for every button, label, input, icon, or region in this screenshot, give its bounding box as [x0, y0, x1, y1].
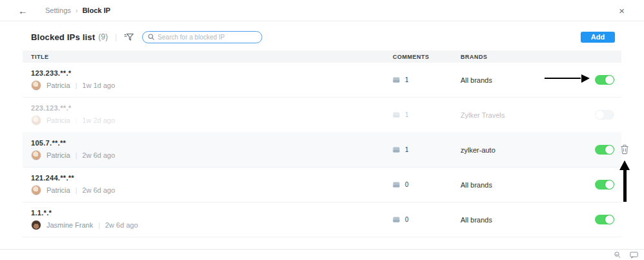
toggle-cell [595, 145, 621, 155]
toggle-cell [595, 110, 621, 120]
created-time: 1w 1d ago [82, 81, 115, 89]
blocked-ip-value: 1.1.*.* [31, 209, 384, 217]
comments-cell: 1 [384, 146, 452, 153]
close-icon[interactable]: × [619, 6, 625, 16]
blocked-ips-table: TITLE COMMENTS BRANDS 123.233.**.* Patri… [23, 50, 621, 237]
row-meta: Patricia | 2w 6d ago [31, 185, 384, 195]
comment-count: 1 [405, 111, 409, 118]
column-header-brands: BRANDS [452, 54, 581, 60]
comment-icon [393, 147, 400, 153]
block-toggle[interactable] [595, 145, 614, 155]
user-search-icon[interactable] [614, 252, 622, 259]
comment-icon [393, 112, 400, 118]
brand-label: All brands [452, 181, 581, 189]
comment-icon [393, 182, 400, 188]
toggle-cell [595, 215, 621, 224]
comment-icon [393, 77, 400, 83]
brand-label: Zylker Travels [452, 111, 581, 119]
comments-cell: 1 [384, 76, 452, 83]
block-toggle[interactable] [595, 110, 614, 120]
column-header-comments: COMMENTS [384, 54, 452, 60]
title-cell: 123.233.**.* Patricia | 1w 1d ago [23, 69, 384, 91]
toggle-knob [605, 76, 614, 84]
row-meta: Patricia | 1w 2d ago [31, 115, 384, 125]
avatar [31, 220, 41, 230]
title-cell: 1.1.*.* Jasmine Frank | 2w 6d ago [23, 209, 384, 230]
feedback-chat-icon[interactable] [630, 252, 638, 259]
comments-cell: 0 [384, 216, 452, 223]
header-divider: | [115, 32, 117, 41]
meta-divider: | [76, 82, 78, 89]
meta-divider: | [76, 187, 78, 194]
creator-name: Patricia [47, 186, 70, 194]
add-button[interactable]: Add [581, 32, 615, 43]
page-title: Blocked IPs list [31, 32, 95, 42]
block-toggle[interactable] [595, 215, 614, 224]
brand-label: All brands [452, 216, 581, 224]
avatar [31, 115, 41, 125]
blocked-ip-value: 121.244.**.** [31, 174, 384, 182]
column-header-title: TITLE [23, 54, 384, 60]
delete-icon[interactable] [620, 144, 629, 157]
top-bar: ← Settings › Block IP × [0, 0, 644, 21]
table-row[interactable]: 123.233.**.* Patricia | 1w 1d ago 1 All … [23, 63, 621, 98]
table-body: 123.233.**.* Patricia | 1w 1d ago 1 All … [23, 63, 621, 237]
blocked-ip-count: (9) [98, 32, 108, 41]
creator-name: Patricia [47, 116, 70, 124]
brand-label: zylker-auto [452, 146, 581, 154]
breadcrumb-separator: › [76, 6, 78, 14]
block-toggle[interactable] [595, 75, 614, 85]
creator-name: Patricia [47, 81, 70, 89]
comments-cell: 1 [384, 111, 452, 118]
comment-icon [393, 217, 400, 223]
breadcrumb-block-ip: Block IP [82, 6, 110, 14]
meta-divider: | [76, 117, 78, 124]
toggle-cell [595, 180, 621, 190]
comment-count: 0 [405, 216, 409, 223]
title-cell: 223.123.**.* Patricia | 1w 2d ago [23, 104, 384, 125]
toggle-knob [605, 180, 614, 189]
block-ip-panel: ← Settings › Block IP × Blocked IPs list… [0, 0, 644, 260]
table-row[interactable]: 223.123.**.* Patricia | 1w 2d ago 1 Zylk… [23, 98, 621, 133]
footer-bar [0, 249, 644, 260]
filter-icon[interactable] [124, 33, 134, 41]
created-time: 2w 6d ago [105, 221, 138, 229]
avatar [31, 150, 41, 160]
block-toggle[interactable] [595, 180, 614, 190]
title-cell: 105.7.**.** Patricia | 2w 6d ago [23, 139, 384, 160]
comment-count: 1 [405, 146, 409, 153]
search-input[interactable] [158, 34, 256, 41]
blocked-ip-value: 223.123.**.* [31, 104, 384, 112]
back-arrow-icon[interactable]: ← [18, 6, 28, 16]
comment-count: 1 [405, 76, 409, 83]
blocked-ip-value: 123.233.**.* [31, 69, 384, 77]
avatar [31, 185, 41, 195]
toggle-knob [605, 215, 614, 224]
creator-name: Jasmine Frank [47, 221, 93, 229]
row-meta: Patricia | 2w 6d ago [31, 150, 384, 160]
toggle-cell [595, 75, 621, 85]
list-header: Blocked IPs list (9) | Add [23, 30, 621, 44]
search-icon [148, 34, 154, 40]
created-time: 2w 6d ago [82, 151, 115, 159]
table-row[interactable]: 105.7.**.** Patricia | 2w 6d ago 1 zylke… [23, 133, 621, 168]
table-header-row: TITLE COMMENTS BRANDS [23, 50, 621, 63]
toggle-knob [605, 146, 614, 154]
blocked-ip-value: 105.7.**.** [31, 139, 384, 147]
creator-name: Patricia [47, 151, 70, 159]
search-box [142, 31, 262, 43]
row-meta: Patricia | 1w 1d ago [31, 80, 384, 91]
meta-divider: | [98, 222, 100, 229]
meta-divider: | [76, 152, 78, 159]
title-cell: 121.244.**.** Patricia | 2w 6d ago [23, 174, 384, 195]
avatar [31, 80, 41, 91]
table-row[interactable]: 1.1.*.* Jasmine Frank | 2w 6d ago 0 All … [23, 202, 621, 237]
comments-cell: 0 [384, 181, 452, 188]
created-time: 1w 2d ago [82, 116, 115, 124]
table-row[interactable]: 121.244.**.** Patricia | 2w 6d ago 0 All… [23, 168, 621, 202]
toggle-knob [596, 111, 604, 119]
breadcrumb-settings[interactable]: Settings [45, 6, 71, 14]
comment-count: 0 [405, 181, 409, 188]
created-time: 2w 6d ago [82, 186, 115, 194]
brand-label: All brands [452, 76, 581, 84]
